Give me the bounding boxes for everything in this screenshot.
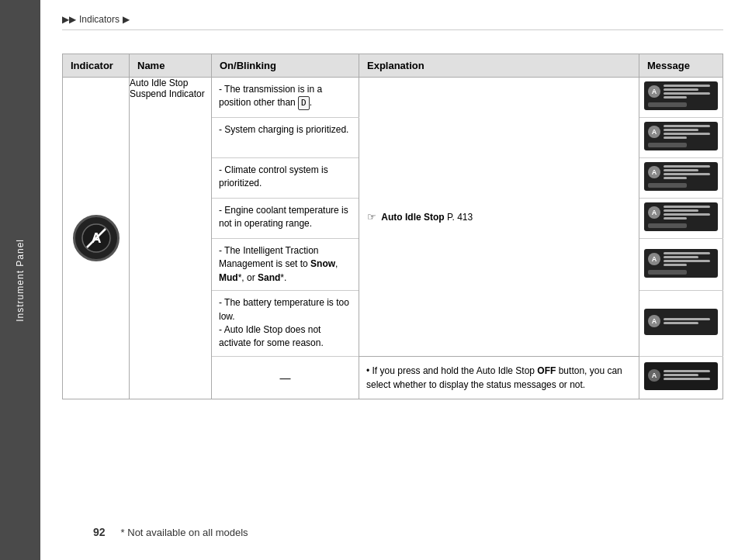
msg-thumb-2: A <box>644 122 718 150</box>
msg-txt-line-7b <box>664 374 698 376</box>
msg-txt-line-5d <box>664 264 687 266</box>
message-5: A <box>639 239 723 291</box>
breadcrumb-arrow1: ▶▶ <box>62 14 76 25</box>
explanation-cell: ☞ Auto Idle Stop P. 413 <box>359 78 639 357</box>
msg-icon-6: A <box>648 315 660 327</box>
msg-thumb-6: A <box>644 309 718 335</box>
msg-txt-line-4b <box>664 209 698 212</box>
msg-txt-line-5c <box>664 260 710 262</box>
msg-line-2: A <box>648 125 714 139</box>
indicator-svg: A <box>81 223 112 254</box>
msg-thumb-7: A <box>644 362 718 390</box>
onblinking-transmission: - The transmission is in a position othe… <box>212 78 359 118</box>
msg-text-7 <box>664 370 710 380</box>
msg-icon-2: A <box>648 126 660 138</box>
onblinking-battery: - The battery temperature is too low. - … <box>212 291 359 357</box>
msg-txt-line-3c <box>664 173 710 175</box>
msg-txt-line-5b <box>664 256 698 258</box>
sidebar-label: Instrument Panel <box>15 239 26 322</box>
message-2: A <box>639 118 723 158</box>
col-header-explanation: Explanation <box>359 54 639 78</box>
msg-text-3 <box>664 165 710 179</box>
breadcrumb-text: Indicators <box>79 14 120 25</box>
msg-thumb-5: A <box>644 249 718 278</box>
onblinking-traction: - The Intelligent Traction Management is… <box>212 239 359 291</box>
col-header-name: Name <box>130 54 212 78</box>
main-table-container: Indicator Name On/Blinking Explanation M… <box>62 54 723 399</box>
col-header-indicator: Indicator <box>63 54 130 78</box>
explanation-last: • If you press and hold the Auto Idle St… <box>359 356 639 399</box>
snow-bold: Snow <box>310 258 335 269</box>
msg-btn-1 <box>648 102 687 107</box>
kbd-D: D <box>298 96 310 110</box>
msg-txt-line-6a <box>664 318 710 320</box>
breadcrumb-arrow2: ▶ <box>123 14 130 25</box>
msg-txt-line-4c <box>664 213 710 216</box>
msg-txt-line-3d <box>664 177 687 179</box>
onblinking-charging: - System charging is prioritized. <box>212 118 359 158</box>
msg-text-6 <box>664 318 710 324</box>
msg-btn-4 <box>648 223 687 228</box>
explanation-arrow: ☞ <box>367 211 376 223</box>
explanation-link-text: Auto Idle Stop <box>381 212 444 223</box>
msg-txt-line-1d <box>664 96 687 99</box>
msg-thumb-4: A <box>644 202 718 231</box>
msg-icon-5: A <box>648 253 660 265</box>
table-row-main: A Auto Idle Stop Suspend Indicator - The… <box>63 78 723 118</box>
explanation-page: P. 413 <box>447 212 473 223</box>
msg-icon-1: A <box>648 85 660 98</box>
msg-btn-3 <box>648 183 687 188</box>
msg-line-4: A <box>648 206 714 220</box>
msg-txt-line-3a <box>664 165 710 168</box>
msg-line-6: A <box>648 315 714 327</box>
auto-idle-stop-icon: A <box>73 215 120 261</box>
main-content: ▶▶ Indicators ▶ Indicator Name On/Blinki… <box>40 0 745 421</box>
msg-txt-line-7a <box>664 370 710 372</box>
msg-line-7: A <box>648 369 714 382</box>
msg-txt-line-1b <box>664 88 698 91</box>
indicator-icon-cell: A <box>63 78 130 399</box>
msg-text-1 <box>664 85 710 99</box>
msg-txt-line-4a <box>664 206 710 208</box>
msg-txt-line-2b <box>664 129 698 131</box>
mud-bold: Mud <box>219 272 238 283</box>
col-header-message: Message <box>639 54 723 78</box>
msg-txt-line-5a <box>664 252 710 254</box>
msg-txt-line-2c <box>664 133 710 135</box>
footer: 92 * Not available on all models <box>40 526 745 538</box>
msg-txt-line-1a <box>664 85 710 87</box>
message-4: A <box>639 199 723 239</box>
message-6: A <box>639 291 723 357</box>
msg-text-2 <box>664 125 710 139</box>
onblinking-dash: — <box>212 356 359 399</box>
sidebar: Instrument Panel <box>0 0 40 560</box>
indicators-table: Indicator Name On/Blinking Explanation M… <box>62 54 723 399</box>
page-number: 92 <box>93 526 106 538</box>
msg-icon-4: A <box>648 206 660 219</box>
msg-text-4 <box>664 206 710 220</box>
msg-txt-line-3b <box>664 169 698 171</box>
msg-txt-line-6b <box>664 322 698 324</box>
msg-txt-line-7c <box>664 378 710 380</box>
indicator-name: Auto Idle Stop Suspend Indicator <box>130 78 205 99</box>
msg-icon-7: A <box>648 369 660 382</box>
message-7: A <box>639 356 723 399</box>
msg-txt-line-2a <box>664 125 710 127</box>
msg-line-5: A <box>648 252 714 266</box>
onblinking-climate: - Climate control system is prioritized. <box>212 158 359 199</box>
msg-btn-5 <box>648 270 687 275</box>
msg-txt-line-2d <box>664 137 687 139</box>
onblinking-coolant: - Engine coolant temperature is not in o… <box>212 199 359 239</box>
msg-line-1: A <box>648 85 714 99</box>
msg-thumb-3: A <box>644 162 718 191</box>
message-1: A <box>639 78 723 118</box>
msg-txt-line-4d <box>664 217 687 220</box>
msg-text-5 <box>664 252 710 266</box>
indicator-name-cell: Auto Idle Stop Suspend Indicator <box>130 78 212 399</box>
msg-txt-line-1c <box>664 92 710 95</box>
msg-line-3: A <box>648 165 714 179</box>
off-bold: OFF <box>537 365 556 376</box>
message-3: A <box>639 158 723 199</box>
sand-bold: Sand <box>258 272 280 283</box>
msg-icon-3: A <box>648 166 660 178</box>
